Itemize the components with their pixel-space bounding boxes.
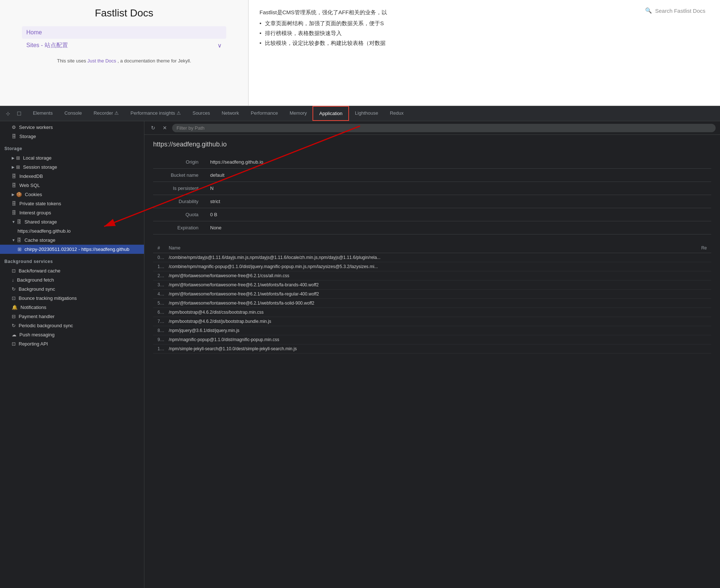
sidebar-item-storage[interactable]: 🗄 Storage: [0, 132, 144, 141]
sidebar-item-cookies[interactable]: ▶ 🍪 Cookies: [0, 190, 144, 199]
search-icon: 🔍: [645, 7, 652, 14]
row-number: 3: [153, 280, 164, 290]
bullet-1: • 文章页面树结构，加强了页面的数据关系，便于S: [259, 20, 709, 27]
info-value: strict: [204, 195, 711, 208]
info-value: N: [204, 182, 711, 195]
file-row[interactable]: 5/npm/@fortawesome/fontawesome-free@6.2.…: [153, 299, 711, 308]
file-row[interactable]: 10/npm/simple-jekyll-search@1.10.0/dest/…: [153, 344, 711, 354]
info-label: Quota: [153, 208, 204, 221]
row-number: 5: [153, 299, 164, 308]
tab-network[interactable]: Network: [216, 106, 245, 121]
file-name: /npm/@fortawesome/fontawesome-free@6.2.1…: [164, 290, 697, 299]
sidebar-item-bg-sync[interactable]: ↻ Background sync: [0, 285, 144, 294]
file-re: [697, 271, 711, 280]
nav-sites[interactable]: Sites - 站点配置 ∨: [22, 39, 226, 52]
devtools-tabs-bar: ⊹ ☐ Elements Console Recorder ⚠ Performa…: [0, 106, 720, 121]
clear-button[interactable]: ✕: [160, 123, 169, 132]
tab-sources[interactable]: Sources: [187, 106, 216, 121]
sidebar-item-back-forward[interactable]: ⊡ Back/forward cache: [0, 266, 144, 275]
sidebar-item-bounce-tracking[interactable]: ⊡ Bounce tracking mitigations: [0, 294, 144, 303]
row-number: 1: [153, 262, 164, 271]
website-content: Fastlist是CMS管理系统，强化了AFF相关的业务，以 • 文章页面树结构…: [249, 0, 720, 106]
row-number: 6: [153, 308, 164, 317]
sidebar-item-indexeddb[interactable]: 🗄 IndexedDB: [0, 172, 144, 181]
private-state-icon: 🗄: [12, 201, 16, 206]
tab-performance-insights[interactable]: Performance insights ⚠: [125, 106, 187, 121]
file-name: /npm/@fortawesome/fontawesome-free@6.2.1…: [164, 280, 697, 290]
expand-arrow: ▼: [12, 220, 15, 224]
sidebar-item-local-storage[interactable]: ▶ ⊞ Local storage: [0, 153, 144, 163]
sidebar-item-cache-entry[interactable]: ⊞ chirpy-20230511.023012 - https://seadf…: [0, 245, 144, 254]
tab-lighthouse[interactable]: Lighthouse: [349, 106, 384, 121]
file-row[interactable]: 0/combine/npm/dayjs@1.11.6/dayjs.min.js,…: [153, 253, 711, 262]
bullet-2: • 排行榜模块，表格数据快速导入: [259, 30, 709, 37]
info-row: Originhttps://seadfeng.github.io: [153, 156, 711, 169]
info-row: Is persistentN: [153, 182, 711, 195]
sidebar-item-reporting-api[interactable]: ⊡ Reporting API: [0, 339, 144, 348]
row-number: 0: [153, 253, 164, 262]
sidebar-item-web-sql[interactable]: 🗄 Web SQL: [0, 181, 144, 190]
file-row[interactable]: 4/npm/@fortawesome/fontawesome-free@6.2.…: [153, 290, 711, 299]
periodic-bg-sync-icon: ↻: [12, 323, 16, 328]
device-icon[interactable]: ☐: [14, 108, 24, 119]
file-row[interactable]: 9/npm/magnific-popup@1.1.0/dist/magnific…: [153, 335, 711, 344]
file-re: [697, 262, 711, 271]
devtools-body: ⚙ Service workers 🗄 Storage Storage ▶ ⊞ …: [0, 121, 720, 588]
file-row[interactable]: 3/npm/@fortawesome/fontawesome-free@6.2.…: [153, 280, 711, 290]
sidebar-item-shared-storage-url[interactable]: https://seadfeng.github.io: [0, 226, 144, 236]
filter-input[interactable]: [172, 124, 716, 132]
sidebar-item-interest-groups[interactable]: 🗄 Interest groups: [0, 208, 144, 217]
search-bar: 🔍 Search Fastlist Docs: [645, 7, 705, 14]
web-sql-icon: 🗄: [12, 183, 16, 188]
file-row[interactable]: 1/combine/npm/magnific-popup@1.1.0/dist/…: [153, 262, 711, 271]
tab-recorder[interactable]: Recorder ⚠: [88, 106, 125, 121]
file-row[interactable]: 8/npm/jquery@3.6.1/dist/jquery.min.js: [153, 326, 711, 335]
expand-arrow: ▶: [12, 192, 15, 196]
tab-memory[interactable]: Memory: [284, 106, 313, 121]
footer-link[interactable]: Just the Docs: [87, 58, 116, 64]
file-re: [697, 344, 711, 354]
sidebar-item-session-storage[interactable]: ▶ ⊞ Session storage: [0, 163, 144, 172]
file-name: /npm/magnific-popup@1.1.0/dist/magnific-…: [164, 335, 697, 344]
file-row[interactable]: 7/npm/bootstrap@4.6.2/dist/js/bootstrap.…: [153, 317, 711, 326]
sidebar-item-payment-handler[interactable]: ⊟ Payment handler: [0, 312, 144, 321]
file-row[interactable]: 2/npm/@fortawesome/fontawesome-free@6.2.…: [153, 271, 711, 280]
info-row: Quota0 B: [153, 208, 711, 221]
nav-home[interactable]: Home: [22, 26, 226, 39]
sidebar-item-service-workers[interactable]: ⚙ Service workers: [0, 123, 144, 132]
col-name: Name: [164, 243, 697, 253]
sidebar-item-private-state[interactable]: 🗄 Private state tokens: [0, 199, 144, 208]
file-row[interactable]: 6/npm/bootstrap@4.6.2/dist/css/bootstrap…: [153, 308, 711, 317]
cursor-icon[interactable]: ⊹: [3, 108, 13, 119]
info-value: None: [204, 221, 711, 234]
main-toolbar: ↻ ✕: [144, 121, 720, 135]
row-number: 4: [153, 290, 164, 299]
bounce-tracking-icon: ⊡: [12, 295, 16, 301]
tab-application[interactable]: Application: [312, 106, 349, 121]
notifications-icon: 🔔: [12, 305, 18, 310]
sidebar-item-cache-storage[interactable]: ▼ 🗄 Cache storage: [0, 236, 144, 245]
site-footer: This site uses Just the Docs , a documen…: [35, 52, 213, 69]
sidebar-item-notifications[interactable]: 🔔 Notifications: [0, 303, 144, 312]
sidebar-item-push-messaging[interactable]: ☁ Push messaging: [0, 330, 144, 339]
sidebar-item-periodic-bg-sync[interactable]: ↻ Periodic background sync: [0, 321, 144, 330]
file-name: /npm/bootstrap@4.6.2/dist/js/bootstrap.b…: [164, 317, 697, 326]
origin-title: https://seadfeng.github.io: [153, 141, 711, 148]
sidebar-item-bg-fetch[interactable]: ↓ Background fetch: [0, 275, 144, 285]
tab-performance[interactable]: Performance: [245, 106, 284, 121]
tab-redux[interactable]: Redux: [384, 106, 410, 121]
col-hash: #: [153, 243, 164, 253]
footer-text2: , a documentation theme for Jekyll.: [117, 58, 191, 64]
file-re: [697, 326, 711, 335]
row-number: 7: [153, 317, 164, 326]
cookies-icon: 🍪: [16, 192, 22, 197]
info-table: Originhttps://seadfeng.github.ioBucket n…: [153, 156, 711, 234]
sidebar-item-shared-storage[interactable]: ▼ 🗄 Shared storage: [0, 217, 144, 226]
file-name: /combine/npm/magnific-popup@1.1.0/dist/j…: [164, 262, 697, 271]
devtools-sidebar: ⚙ Service workers 🗄 Storage Storage ▶ ⊞ …: [0, 121, 144, 588]
main-content-area: https://seadfeng.github.io Originhttps:/…: [144, 135, 720, 588]
refresh-button[interactable]: ↻: [149, 123, 158, 132]
bg-fetch-icon: ↓: [12, 277, 14, 283]
tab-console[interactable]: Console: [58, 106, 88, 121]
tab-elements[interactable]: Elements: [27, 106, 58, 121]
